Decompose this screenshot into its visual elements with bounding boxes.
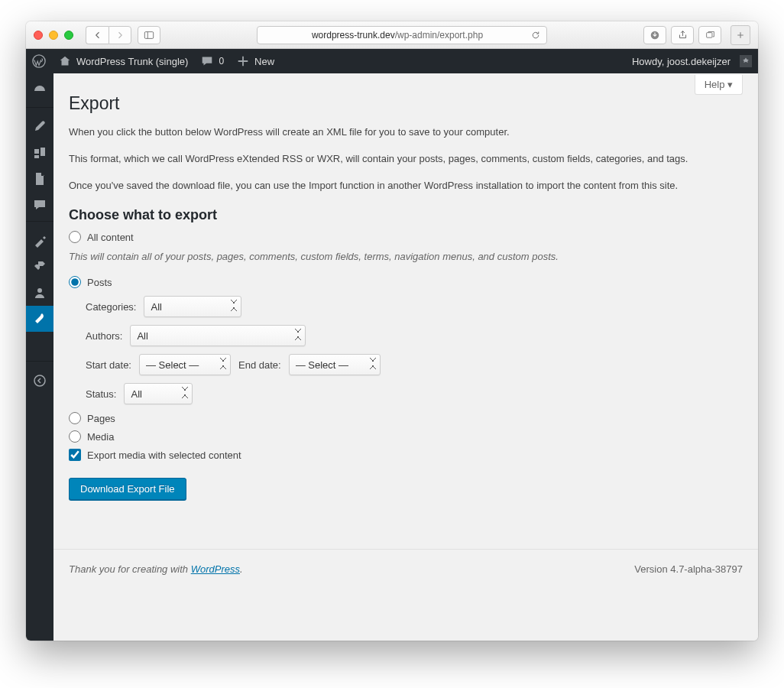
svg-rect-3 [706, 33, 711, 38]
checkbox-export-media[interactable]: Export media with selected content [69, 449, 743, 461]
footer-thanks: Thank you for creating with WordPress. [69, 563, 243, 575]
menu-comments[interactable] [26, 192, 53, 218]
downloads-button[interactable] [643, 26, 666, 44]
menu-tools[interactable] [26, 306, 53, 332]
sidebar-toggle-button[interactable] [138, 26, 160, 44]
page-title: Export [69, 93, 743, 114]
window-controls [34, 31, 73, 40]
comments-count: 0 [219, 56, 224, 67]
start-date-label: Start date: [86, 359, 131, 371]
new-label: New [254, 56, 274, 67]
maximize-window-button[interactable] [64, 31, 73, 40]
site-name-label: WordPress Trunk (single) [76, 56, 188, 67]
radio-posts-label: Posts [87, 277, 112, 288]
menu-users[interactable] [26, 280, 53, 306]
menu-plugins[interactable] [26, 254, 53, 280]
share-button[interactable] [671, 26, 694, 44]
radio-all-content-label: All content [87, 232, 134, 243]
intro-text-1: When you click the button below WordPres… [69, 125, 743, 141]
wp-admin-bar: WordPress Trunk (single) 0 New Howdy, jo… [26, 49, 758, 73]
menu-media[interactable] [26, 140, 53, 166]
menu-dashboard[interactable] [26, 78, 53, 104]
forward-button[interactable] [109, 26, 131, 44]
status-select[interactable]: All [124, 383, 193, 404]
status-label: Status: [86, 388, 116, 400]
reload-icon[interactable] [531, 31, 540, 40]
end-date-select[interactable]: — Select — [289, 354, 381, 375]
new-tab-button[interactable] [731, 25, 750, 45]
plus-icon [236, 54, 250, 68]
back-button[interactable] [86, 26, 109, 44]
radio-all-content-input[interactable] [69, 231, 81, 243]
menu-pages[interactable] [26, 166, 53, 192]
content-area: Help ▾ Export When you click the button … [53, 73, 758, 641]
new-content-menu[interactable]: New [230, 49, 280, 73]
checkbox-export-media-label: Export media with selected content [87, 449, 241, 461]
start-date-select[interactable]: — Select — [139, 354, 231, 375]
end-date-label: End date: [238, 359, 281, 371]
radio-pages-label: Pages [87, 413, 115, 424]
intro-text-3: Once you've saved the download file, you… [69, 178, 743, 194]
radio-pages-input[interactable] [69, 412, 81, 424]
address-bar[interactable]: wordpress-trunk.dev/wp-admin/export.php [257, 26, 547, 44]
post-filters: Categories: All Authors: All Start date:… [86, 296, 743, 404]
browser-titlebar: wordpress-trunk.dev/wp-admin/export.php [26, 21, 758, 49]
radio-pages[interactable]: Pages [69, 412, 743, 424]
site-name-menu[interactable]: WordPress Trunk (single) [52, 49, 194, 73]
howdy-text: Howdy, joost.dekeijzer [632, 56, 731, 67]
comment-icon [200, 54, 214, 68]
menu-settings[interactable] [26, 332, 53, 358]
footer-version: Version 4.7-alpha-38797 [634, 563, 743, 575]
download-export-button[interactable]: Download Export File [69, 478, 186, 500]
admin-footer: Thank you for creating with WordPress. V… [53, 549, 758, 589]
authors-select[interactable]: All [130, 325, 306, 346]
checkbox-export-media-input[interactable] [69, 449, 81, 461]
help-tab[interactable]: Help ▾ [695, 75, 743, 95]
svg-point-5 [34, 375, 45, 386]
categories-select[interactable]: All [144, 296, 241, 317]
svg-rect-0 [144, 31, 153, 38]
tabs-button[interactable] [698, 26, 721, 44]
radio-posts[interactable]: Posts [69, 276, 743, 288]
menu-appearance[interactable] [26, 228, 53, 254]
radio-media-input[interactable] [69, 430, 81, 443]
authors-label: Authors: [86, 330, 122, 342]
admin-menu [26, 73, 53, 641]
radio-media-label: Media [87, 431, 114, 443]
choose-heading: Choose what to export [69, 207, 743, 223]
avatar [740, 55, 752, 67]
wordpress-link[interactable]: WordPress [191, 563, 240, 575]
categories-label: Categories: [86, 301, 136, 313]
radio-posts-input[interactable] [69, 276, 81, 288]
radio-media[interactable]: Media [69, 430, 743, 443]
comments-menu[interactable]: 0 [194, 49, 230, 73]
menu-collapse[interactable] [26, 368, 53, 394]
close-window-button[interactable] [34, 31, 43, 40]
url-text: wordpress-trunk.dev/wp-admin/export.php [264, 30, 531, 41]
wp-logo-menu[interactable] [26, 49, 52, 73]
account-menu[interactable]: Howdy, joost.dekeijzer [626, 55, 758, 67]
minimize-window-button[interactable] [49, 31, 58, 40]
all-content-desc: This will contain all of your posts, pag… [69, 249, 743, 265]
menu-posts[interactable] [26, 114, 53, 140]
radio-all-content[interactable]: All content [69, 231, 743, 243]
intro-text-2: This format, which we call WordPress eXt… [69, 151, 743, 167]
home-icon [58, 54, 72, 68]
